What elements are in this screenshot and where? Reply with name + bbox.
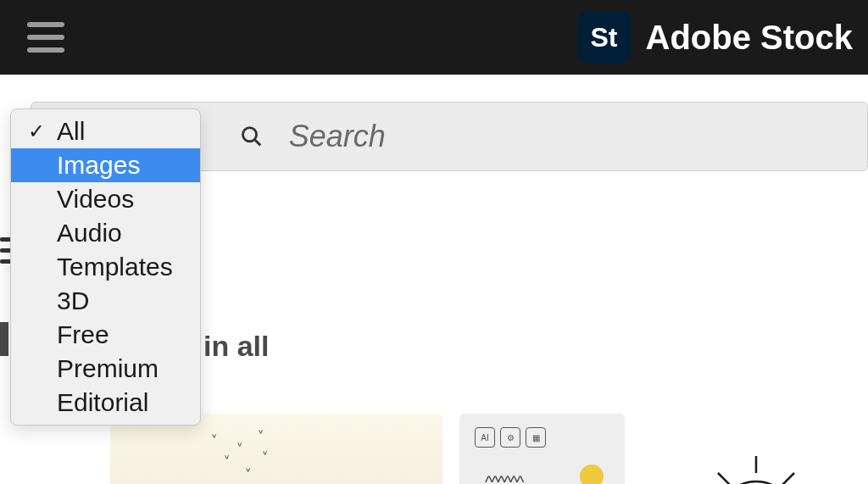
brand-logo-badge: St [578,11,631,64]
dropdown-label: Audio [57,219,122,248]
dropdown-label: Images [57,151,140,180]
brand-block[interactable]: St Adobe Stock [578,11,853,64]
gallery-thumbnail[interactable]: AI ⚙ ▦ ^^^^^^ [459,414,625,484]
dropdown-item-3d[interactable]: 3D [11,284,200,318]
results-gallery: ᵛ ᵛ ᵛ ᵛ ᵛ ᵛ AI ⚙ ▦ ^^^^^^ [110,414,868,484]
check-icon: ✓ [28,120,47,143]
search-icon [240,124,264,149]
dropdown-label: Videos [57,185,134,214]
dropdown-item-free[interactable]: Free [11,318,200,352]
svg-line-3 [718,473,731,484]
brand-title: Adobe Stock [646,19,853,57]
badge-icon: ⚙ [500,427,520,448]
sun-icon [701,452,811,484]
dropdown-label: 3D [57,287,89,315]
thumbnail-art-icon [580,465,604,484]
dropdown-item-templates[interactable]: Templates [11,250,200,284]
hamburger-menu-icon[interactable] [27,22,64,53]
badge-icon: ▦ [526,427,546,448]
dropdown-label: Premium [57,354,159,383]
dropdown-item-videos[interactable]: Videos [11,182,200,216]
dropdown-label: Templates [57,253,173,281]
dropdown-item-all[interactable]: ✓ All [11,114,200,148]
dropdown-item-editorial[interactable]: Editorial [11,386,200,420]
results-partial-digit [0,322,8,356]
dropdown-label: All [57,117,85,146]
dropdown-label: Editorial [57,388,148,417]
thumbnail-badges: AI ⚙ ▦ [475,427,546,448]
svg-line-1 [254,139,260,145]
ai-badge-icon: AI [475,427,495,448]
svg-line-4 [782,473,794,484]
dropdown-label: Free [57,320,109,349]
svg-point-0 [242,128,256,142]
dropdown-item-images[interactable]: Images [11,148,200,182]
search-input[interactable] [289,119,867,154]
page-content: ✓ All Images Videos Audio Templates 3D F… [0,75,868,102]
top-header: St Adobe Stock [0,0,868,75]
category-dropdown[interactable]: ✓ All Images Videos Audio Templates 3D F… [10,108,201,426]
dropdown-item-premium[interactable]: Premium [11,352,200,386]
thumbnail-art-icon: ^^^^^^ [485,473,522,484]
dropdown-item-audio[interactable]: Audio [11,216,200,250]
gallery-thumbnail[interactable] [642,414,862,484]
